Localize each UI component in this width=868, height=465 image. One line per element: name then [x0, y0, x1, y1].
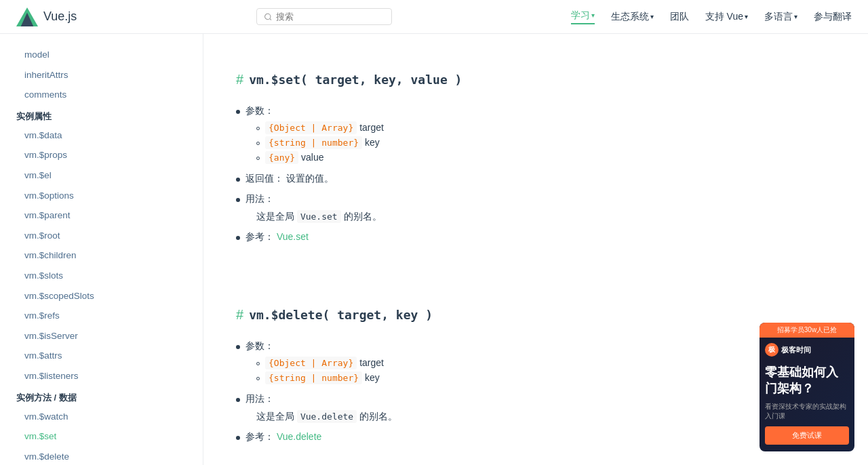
usage-text-before: 这是全局	[256, 211, 297, 222]
nav-item-learn[interactable]: 学习 ▾	[571, 9, 595, 24]
nav-item-translate[interactable]: 参与翻译	[814, 11, 852, 23]
param-key-text: {string | number} key	[265, 372, 380, 383]
sub-dot	[256, 157, 260, 160]
ad-sub-text: 看资深技术专家的实战架构入门课	[760, 402, 854, 426]
sidebar-section-instance-props: 实例属性	[0, 105, 203, 125]
main-content: # vm.$set( target, key, value ) 参数： {Obj…	[203, 34, 814, 465]
params-content: 参数： {Object | Array} target	[245, 340, 781, 385]
nav-item-ecosystem[interactable]: 生态系统 ▾	[611, 11, 654, 23]
section-title-vm-delete: vm.$delete( target, key )	[249, 308, 433, 322]
ad-logo-icon: 极	[765, 343, 778, 357]
header-nav: 学习 ▾ 生态系统 ▾ 团队 支持 Vue ▾ 多语言 ▾ 参与翻译	[571, 9, 852, 24]
ref-item: 参考： Vue.set	[236, 227, 781, 247]
param-target-text: {Object | Array} target	[265, 122, 384, 133]
param-name: key	[365, 137, 380, 148]
bullet-dot	[236, 110, 240, 114]
sidebar-item-slots[interactable]: vm.$slots	[0, 266, 203, 286]
nav-item-team[interactable]: 团队	[670, 11, 689, 23]
sidebar-item-is-server[interactable]: vm.$isServer	[0, 326, 203, 346]
svg-point-2	[264, 14, 270, 19]
sub-dot	[256, 142, 260, 145]
nav-item-language[interactable]: 多语言 ▾	[764, 11, 797, 23]
param-name: target	[359, 357, 384, 368]
sidebar-item-listeners[interactable]: vm.$listeners	[0, 366, 203, 386]
ad-cta-button[interactable]: 免费试课	[765, 426, 849, 445]
param-name: target	[359, 122, 384, 133]
usage-label: 用法：	[245, 393, 274, 404]
bullet-dot	[236, 178, 240, 182]
sidebar-item-data[interactable]: vm.$data	[0, 125, 203, 146]
search-icon	[264, 12, 273, 22]
sidebar-item-watch[interactable]: vm.$watch	[0, 407, 203, 427]
ref-item: 参考： Vue.delete	[236, 427, 781, 447]
svg-line-3	[269, 18, 271, 20]
param-item-key: {string | number} key	[256, 370, 781, 385]
bullet-dot	[236, 236, 240, 240]
param-target-text: {Object | Array} target	[265, 357, 384, 368]
logo-text: Vue.js	[43, 9, 77, 24]
param-type: {Object | Array}	[265, 357, 357, 369]
ref-content: 参考： Vue.set	[245, 231, 781, 243]
sidebar-item-scoped-slots[interactable]: vm.$scopedSlots	[0, 286, 203, 306]
search-bar[interactable]	[256, 8, 392, 25]
sidebar: model inheritAttrs comments 实例属性 vm.$dat…	[0, 34, 203, 465]
usage-content: 用法： 这是全局 Vue.set 的别名。	[245, 193, 781, 223]
bullet-dot	[236, 436, 240, 440]
sidebar-item-refs[interactable]: vm.$refs	[0, 306, 203, 326]
nav-item-support[interactable]: 支持 Vue ▾	[705, 11, 748, 23]
bullet-dot	[236, 345, 240, 349]
param-name: value	[301, 152, 323, 163]
return-content: 返回值： 设置的值。	[245, 173, 781, 185]
param-value-text: {any} value	[265, 152, 324, 163]
param-type: {string | number}	[265, 136, 362, 149]
sidebar-item-options[interactable]: vm.$options	[0, 186, 203, 206]
sidebar-item-inherit-attrs[interactable]: inheritAttrs	[0, 65, 203, 85]
usage-code: Vue.delete	[297, 410, 357, 423]
chevron-down-icon: ▾	[794, 13, 797, 20]
sidebar-item-children[interactable]: vm.$children	[0, 245, 203, 266]
sub-dot	[256, 377, 260, 380]
ref-content: 参考： Vue.delete	[245, 431, 781, 443]
sidebar-item-comments[interactable]: comments	[0, 85, 203, 105]
ref-link-vue-set[interactable]: Vue.set	[277, 231, 309, 242]
return-item: 返回值： 设置的值。	[236, 169, 781, 189]
ref-link-vue-delete[interactable]: Vue.delete	[277, 431, 321, 442]
chevron-down-icon: ▾	[591, 12, 595, 19]
sidebar-item-props[interactable]: vm.$props	[0, 145, 203, 165]
param-item-value: {any} value	[256, 150, 781, 165]
search-input[interactable]	[276, 12, 384, 22]
sidebar-item-delete[interactable]: vm.$delete	[0, 447, 203, 465]
sidebar-section-instance-methods-data: 实例方法 / 数据	[0, 386, 203, 407]
sidebar-item-parent[interactable]: vm.$parent	[0, 205, 203, 226]
ref-label: 参考：	[245, 231, 274, 242]
return-text: 设置的值。	[286, 173, 334, 184]
ref-label: 参考：	[245, 431, 274, 442]
params-label: 参数：	[245, 340, 274, 351]
sidebar-item-root[interactable]: vm.$root	[0, 226, 203, 246]
sidebar-item-attrs[interactable]: vm.$attrs	[0, 346, 203, 366]
logo[interactable]: Vue.js	[16, 6, 77, 28]
usage-item: 用法： 这是全局 Vue.delete 的别名。	[236, 389, 781, 427]
section-separator	[236, 258, 781, 285]
sidebar-item-el[interactable]: vm.$el	[0, 165, 203, 186]
ad-banner: 招募学员30w人已抢 极 极客时间 零基础如何入门架构？ 看资深技术专家的实战架…	[760, 323, 854, 451]
header: Vue.js 学习 ▾ 生态系统 ▾ 团队 支持 Vue ▾ 多语言 ▾ 参与翻…	[0, 0, 868, 34]
vm-set-params-list: 参数： {Object | Array} target	[236, 101, 781, 247]
ad-site-name: 极客时间	[781, 345, 811, 355]
sidebar-item-model[interactable]: model	[0, 45, 203, 65]
usage-text-before: 这是全局	[256, 411, 297, 422]
bullet-dot	[236, 198, 240, 202]
usage-content: 用法： 这是全局 Vue.delete 的别名。	[245, 393, 781, 423]
section-heading-vm-set: # vm.$set( target, key, value )	[236, 72, 781, 87]
hash-icon: #	[236, 72, 243, 87]
ad-main-text: 零基础如何入门架构？	[760, 362, 854, 402]
hash-icon: #	[236, 307, 243, 323]
param-key-text: {string | number} key	[265, 137, 380, 148]
params-label: 参数：	[245, 105, 274, 116]
section-title-vm-set: vm.$set( target, key, value )	[249, 73, 462, 87]
usage-text: 这是全局 Vue.delete 的别名。	[245, 411, 781, 423]
ad-top-bar: 招募学员30w人已抢	[760, 323, 854, 338]
params-item: 参数： {Object | Array} target	[236, 101, 781, 169]
sidebar-item-set[interactable]: vm.$set	[0, 426, 203, 447]
section-heading-vm-delete: # vm.$delete( target, key )	[236, 307, 781, 323]
